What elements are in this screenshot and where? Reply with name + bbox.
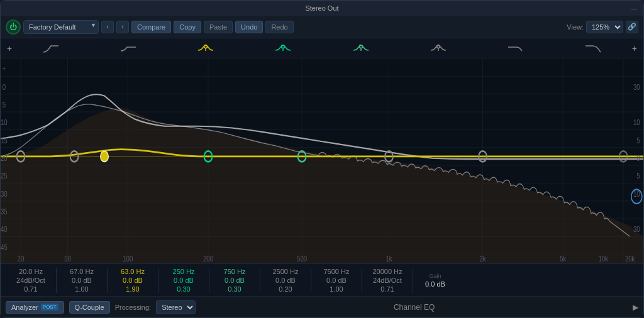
svg-text:50: 50 xyxy=(64,255,71,263)
band-icon-2[interactable] xyxy=(119,42,137,55)
svg-text:+: + xyxy=(3,65,6,74)
band-3-freq: 63.0 Hz xyxy=(121,268,145,275)
gain-column: Gain 0.0 dB xyxy=(413,273,457,288)
channel-eq-title: Channel EQ xyxy=(345,303,484,312)
band-icon-3[interactable] xyxy=(197,42,214,55)
svg-text:10k: 10k xyxy=(598,255,608,263)
copy-button[interactable]: Copy xyxy=(174,21,201,33)
band-info-4: 250 Hz 0.0 dB 0.30 xyxy=(158,266,209,294)
paste-button[interactable]: Paste xyxy=(204,21,233,33)
svg-text:20: 20 xyxy=(18,255,25,263)
svg-text:5: 5 xyxy=(636,172,640,180)
band-2-q: 1.00 xyxy=(75,285,88,293)
band-info-6: 2500 Hz 0.0 dB 0.20 xyxy=(260,266,311,294)
power-button[interactable]: ⏻ xyxy=(6,19,21,35)
band-icon-5[interactable] xyxy=(352,42,370,55)
svg-point-2 xyxy=(282,45,285,48)
band-3-q: 1.90 xyxy=(126,285,139,293)
svg-text:30: 30 xyxy=(633,82,640,91)
svg-text:0: 0 xyxy=(636,154,640,163)
band-8-gain: 24dB/Oct xyxy=(373,277,402,284)
svg-text:15: 15 xyxy=(1,136,8,145)
svg-text:45: 45 xyxy=(1,243,8,251)
band-6-freq: 2500 Hz xyxy=(273,268,299,275)
add-band-left-icon[interactable]: + xyxy=(7,43,12,53)
view-select[interactable]: 125% xyxy=(586,21,623,33)
analyzer-label: Analyzer xyxy=(11,304,38,311)
svg-text:20k: 20k xyxy=(625,255,635,263)
processing-select[interactable]: Stereo Left Right Mid Side xyxy=(156,300,196,314)
band-info-5: 750 Hz 0.0 dB 0.30 xyxy=(209,266,260,294)
svg-text:5k: 5k xyxy=(560,255,566,263)
band-info-7: 7500 Hz 0.0 dB 1.00 xyxy=(311,266,362,294)
svg-text:10: 10 xyxy=(1,118,8,127)
band-7-gain: 0.0 dB xyxy=(326,277,347,284)
eq-display: 20 50 100 200 500 1k 2k 5k 10k 20k + 0 5… xyxy=(1,58,643,263)
redo-button[interactable]: Redo xyxy=(265,21,293,33)
close-icon[interactable]: — xyxy=(631,5,637,11)
processing-label: Processing: xyxy=(115,304,151,311)
svg-point-31 xyxy=(101,151,109,162)
band-1-gain: 24dB/Oct xyxy=(16,277,45,284)
toolbar: ⏻ Factory Default ▼ ‹ › Compare Copy Pas… xyxy=(1,16,643,38)
svg-text:35: 35 xyxy=(1,207,8,216)
svg-point-0 xyxy=(204,45,208,48)
svg-text:5: 5 xyxy=(3,101,6,109)
band-6-q: 0.20 xyxy=(279,285,292,293)
svg-text:20: 20 xyxy=(1,154,8,163)
nav-next-button[interactable]: › xyxy=(116,21,129,33)
band-5-freq: 750 Hz xyxy=(224,268,246,275)
preset-select[interactable]: Factory Default xyxy=(23,20,99,34)
svg-text:40: 40 xyxy=(1,225,8,234)
link-button[interactable]: 🔗 xyxy=(626,21,638,33)
band-icon-8[interactable] xyxy=(584,42,602,55)
svg-text:30: 30 xyxy=(633,225,640,234)
view-label: View: xyxy=(567,23,584,31)
svg-text:10: 10 xyxy=(633,118,640,127)
band-controls: + xyxy=(1,38,643,58)
compare-button[interactable]: Compare xyxy=(131,21,171,33)
band-5-q: 0.30 xyxy=(228,285,241,293)
band-4-gain: 0.0 dB xyxy=(174,277,194,284)
bottom-bar: Analyzer POST Q-Couple Processing: Stere… xyxy=(1,296,643,317)
window-title: Stereo Out xyxy=(305,4,338,12)
post-badge: POST xyxy=(41,304,58,310)
analyzer-button[interactable]: Analyzer POST xyxy=(6,301,64,314)
svg-point-6 xyxy=(436,45,440,48)
band-icon-4[interactable] xyxy=(274,42,292,55)
add-band-right-icon[interactable]: + xyxy=(632,43,637,53)
band-4-freq: 250 Hz xyxy=(173,268,195,275)
band-4-q: 0.30 xyxy=(177,285,190,293)
band-info-8: 20000 Hz 24dB/Oct 0.71 xyxy=(362,266,413,294)
band-8-freq: 20000 Hz xyxy=(372,268,402,275)
band-2-gain: 0.0 dB xyxy=(72,277,92,284)
band-6-gain: 0.0 dB xyxy=(275,277,296,284)
band-icon-6[interactable] xyxy=(430,42,447,55)
svg-point-4 xyxy=(359,45,362,48)
main-window: Stereo Out — ⏻ Factory Default ▼ ‹ › Com… xyxy=(0,0,644,318)
band-7-freq: 7500 Hz xyxy=(324,268,350,275)
svg-text:100: 100 xyxy=(123,255,133,263)
svg-text:25: 25 xyxy=(1,172,8,180)
band-2-freq: 67.0 Hz xyxy=(70,268,94,275)
band-icon-1[interactable] xyxy=(42,42,60,55)
eq-svg: 20 50 100 200 500 1k 2k 5k 10k 20k + 0 5… xyxy=(1,58,643,263)
play-button[interactable]: ▶ xyxy=(633,303,638,312)
svg-text:1k: 1k xyxy=(386,255,392,263)
band-3-gain: 0.0 dB xyxy=(123,277,143,284)
band-info-1: 20.0 Hz 24dB/Oct 0.71 xyxy=(6,266,56,294)
nav-prev-button[interactable]: ‹ xyxy=(101,21,114,33)
svg-text:2k: 2k xyxy=(479,255,486,263)
svg-text:0: 0 xyxy=(3,82,6,91)
band-info-2: 67.0 Hz 0.0 dB 1.00 xyxy=(57,266,107,294)
title-bar: Stereo Out — xyxy=(1,1,643,16)
svg-text:5: 5 xyxy=(636,136,640,145)
band-8-q: 0.71 xyxy=(380,285,394,293)
band-5-gain: 0.0 dB xyxy=(225,277,245,284)
q-couple-button[interactable]: Q-Couple xyxy=(69,301,110,314)
band-icon-7[interactable] xyxy=(507,42,525,55)
undo-button[interactable]: Undo xyxy=(235,21,263,33)
band-7-q: 1.00 xyxy=(330,285,343,293)
band-1-q: 0.71 xyxy=(24,285,37,293)
band-info-bar: 20.0 Hz 24dB/Oct 0.71 67.0 Hz 0.0 dB 1.0… xyxy=(1,263,643,296)
